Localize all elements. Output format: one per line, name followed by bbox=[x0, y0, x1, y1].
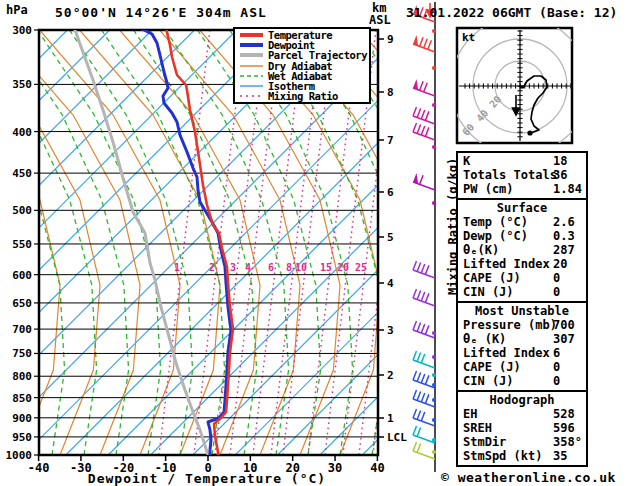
mixing-ratio-label: 15 bbox=[320, 262, 332, 273]
indices-box-hodograph: HodographEH528SREH596StmDir358°StmSpd (k… bbox=[456, 390, 588, 467]
mixing-ratio-label: 8 bbox=[286, 262, 292, 273]
wind-level-dot bbox=[432, 450, 436, 454]
indices-tables: K18Totals Totals36PW (cm)1.84SurfaceTemp… bbox=[456, 151, 588, 467]
indices-box-title: Most Unstable bbox=[458, 304, 586, 318]
pressure-tick-label: 800 bbox=[12, 370, 32, 383]
index-label: θₑ(K) bbox=[463, 243, 499, 257]
altitude-axis-asl-label: ASL bbox=[369, 13, 391, 27]
lcl-label: LCL bbox=[387, 431, 407, 444]
index-value: 35 bbox=[553, 449, 567, 463]
temperature-tick-label: 40 bbox=[370, 461, 384, 475]
km-tick-label: 1 bbox=[387, 412, 394, 425]
pressure-tick-label: 550 bbox=[12, 238, 32, 251]
dry-adiabat-line bbox=[80, 30, 220, 455]
legend-swatch-parcel-trajectory bbox=[239, 51, 264, 59]
km-tick-label: 6 bbox=[387, 186, 394, 199]
indices-box-title: Surface bbox=[458, 201, 586, 215]
km-tick-label: 7 bbox=[387, 134, 394, 147]
mixing-ratio-labels: 12346810152025 bbox=[174, 262, 367, 273]
index-row: CIN (J)0 bbox=[458, 374, 586, 388]
index-label: Dewp (°C) bbox=[463, 229, 528, 243]
index-value: 36 bbox=[553, 168, 567, 182]
pressure-tick-label: 450 bbox=[12, 167, 32, 180]
temperature-tick-label: -40 bbox=[28, 461, 50, 475]
index-label: SREH bbox=[463, 421, 492, 435]
wind-barb-icon bbox=[413, 173, 435, 190]
wind-barb-icon bbox=[413, 79, 435, 96]
index-row: CAPE (J)0 bbox=[458, 271, 586, 285]
wind-barb-icon bbox=[413, 123, 435, 140]
km-tick-label: 3 bbox=[387, 324, 394, 337]
index-value: 596 bbox=[553, 421, 575, 435]
index-value: 0 bbox=[553, 374, 560, 388]
wind-barb-column bbox=[413, 2, 436, 472]
pressure-tick-label: 900 bbox=[12, 412, 32, 425]
legend-swatch-wet-adiabat bbox=[239, 72, 264, 80]
mixing-ratio-label: 20 bbox=[337, 262, 349, 273]
temperature-axis-title: Dewpoint / Temperature (°C) bbox=[57, 471, 357, 486]
wind-barb-icon bbox=[413, 321, 435, 338]
pressure-tick-label: 400 bbox=[12, 126, 32, 139]
index-label: EH bbox=[463, 407, 477, 421]
index-row: CAPE (J)0 bbox=[458, 360, 586, 374]
index-row: θₑ (K)307 bbox=[458, 332, 586, 346]
index-value: 528 bbox=[553, 407, 575, 421]
mixing-ratio-label: 25 bbox=[355, 262, 367, 273]
wind-level-dot bbox=[432, 145, 436, 149]
index-row: Temp (°C)2.6 bbox=[458, 215, 586, 229]
index-label: Pressure (mb) bbox=[463, 318, 557, 332]
wind-barb-icon bbox=[413, 261, 435, 278]
legend-swatch-mixing-ratio bbox=[239, 92, 264, 100]
pressure-tick-label: 750 bbox=[12, 347, 32, 360]
wind-barb-icon bbox=[413, 289, 435, 306]
index-value: 20 bbox=[553, 257, 567, 271]
index-value: 6 bbox=[553, 346, 560, 360]
km-tick-label: 5 bbox=[387, 231, 394, 244]
wind-level-dot bbox=[432, 438, 436, 442]
indices-box-surface: SurfaceTemp (°C)2.6Dewp (°C)0.3θₑ(K)287L… bbox=[456, 198, 588, 303]
index-label: Lifted Index bbox=[463, 257, 550, 271]
wind-barb-icon bbox=[413, 107, 435, 124]
legend: TemperatureDewpointParcel TrajectoryDry … bbox=[233, 27, 371, 104]
index-label: Temp (°C) bbox=[463, 215, 528, 229]
index-row: Lifted Index20 bbox=[458, 257, 586, 271]
index-value: 700 bbox=[553, 318, 575, 332]
wind-level-dot bbox=[432, 201, 436, 205]
index-row: Pressure (mb)700 bbox=[458, 318, 586, 332]
pressure-tick-label: 350 bbox=[12, 78, 32, 91]
wind-barb-icon bbox=[413, 409, 435, 426]
mixing-ratio-label: 1 bbox=[174, 262, 180, 273]
indices-box-most-unstable: Most UnstablePressure (mb)700θₑ (K)307Li… bbox=[456, 301, 588, 392]
index-row: PW (cm)1.84 bbox=[458, 182, 586, 196]
index-value: 0.3 bbox=[553, 229, 575, 243]
index-value: 287 bbox=[553, 243, 575, 257]
index-label: StmSpd (kt) bbox=[463, 449, 542, 463]
dry-adiabat-line bbox=[600, 30, 629, 455]
isotherm-line bbox=[0, 30, 67, 455]
wind-level-dot bbox=[432, 383, 436, 387]
index-row: EH528 bbox=[458, 407, 586, 421]
km-tick-label: 2 bbox=[387, 369, 394, 382]
legend-swatch-dry-adiabat bbox=[239, 62, 264, 70]
wind-barb-icon bbox=[413, 426, 435, 443]
index-label: CAPE (J) bbox=[463, 360, 521, 374]
pressure-tick-label: 950 bbox=[12, 431, 32, 444]
hodograph-end-dot bbox=[527, 130, 532, 135]
station-title: 50°00'N 14°26'E 304m ASL bbox=[55, 5, 267, 20]
pressure-tick-label: 850 bbox=[12, 392, 32, 405]
index-value: 0 bbox=[553, 271, 560, 285]
wind-barb-icon bbox=[413, 35, 435, 52]
index-label: CIN (J) bbox=[463, 285, 514, 299]
mixing-ratio-label: 2 bbox=[209, 262, 215, 273]
index-row: StmDir358° bbox=[458, 435, 586, 449]
isotherm-line bbox=[0, 30, 237, 455]
wind-level-dot bbox=[432, 66, 436, 70]
pressure-axis-unit-label: hPa bbox=[6, 3, 28, 17]
wind-level-dot bbox=[432, 103, 436, 107]
wind-barb-icon bbox=[413, 351, 435, 368]
index-label: PW (cm) bbox=[463, 182, 514, 196]
index-label: K bbox=[463, 154, 470, 168]
wind-level-dot bbox=[432, 355, 436, 359]
index-value: 1.84 bbox=[553, 182, 582, 196]
copyright-credit: © weatheronline.co.uk bbox=[441, 470, 616, 485]
